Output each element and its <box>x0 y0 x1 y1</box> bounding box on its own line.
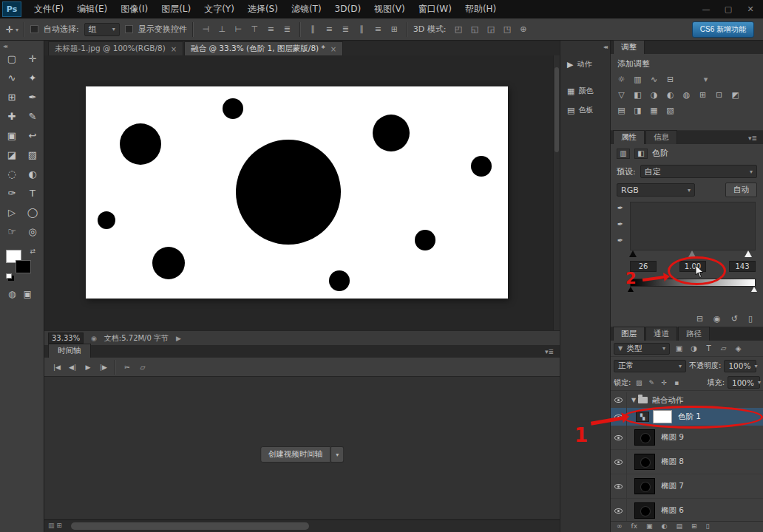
reset-icon[interactable]: ↺ <box>731 314 738 324</box>
layer-row[interactable]: 椭圆 7 <box>611 474 763 499</box>
rectangular-marquee-tool[interactable]: ▢ <box>4 52 20 64</box>
tab-channels[interactable]: 通道 <box>645 327 677 341</box>
distribute-left-icon[interactable]: ∥ <box>355 22 369 36</box>
menu-layer[interactable]: 图层(L) <box>155 0 197 18</box>
show-transform-checkbox[interactable] <box>125 25 133 33</box>
layer-mask-thumbnail[interactable] <box>653 410 672 423</box>
menu-filter[interactable]: 滤镜(T) <box>285 0 328 18</box>
shadow-input-field[interactable]: 26 <box>630 261 657 272</box>
layer-row[interactable]: 椭圆 6 <box>611 499 763 521</box>
eraser-tool[interactable]: ◪ <box>4 149 20 160</box>
layer-visibility-toggle[interactable] <box>611 474 627 498</box>
layer-styles-icon[interactable]: fx <box>631 522 638 530</box>
hand-tool[interactable]: ☞ <box>4 225 20 237</box>
menu-file[interactable]: 文件(F) <box>27 0 70 18</box>
collapse-tools-icon[interactable] <box>3 43 6 50</box>
invert-icon[interactable]: ◩ <box>729 89 742 100</box>
panel-menu-icon[interactable]: ▾ <box>699 74 712 85</box>
layer-row[interactable]: 椭圆 9 <box>611 426 763 450</box>
move-tool[interactable]: ✛ <box>24 52 41 64</box>
lock-position-icon[interactable]: ✛ <box>659 378 669 388</box>
menu-edit[interactable]: 编辑(E) <box>70 0 114 18</box>
layer-thumbnail[interactable] <box>634 502 655 519</box>
dock-swatches-panel[interactable]: ▤ 色板 <box>566 103 607 117</box>
magic-wand-tool[interactable]: ✦ <box>24 72 41 83</box>
brush-tool[interactable]: ✎ <box>24 110 41 122</box>
threshold-icon[interactable]: ◨ <box>631 105 644 116</box>
layer-visibility-toggle[interactable] <box>611 450 627 474</box>
canvas-area[interactable] <box>44 55 560 330</box>
tab-adjustments[interactable]: 调整 <box>613 40 645 54</box>
auto-select-type-dropdown[interactable]: 组 <box>84 23 120 36</box>
align-right-edges-icon[interactable]: ⊢ <box>231 22 245 36</box>
menu-image[interactable]: 图像(I) <box>114 0 155 18</box>
type-tool[interactable]: T <box>24 187 41 199</box>
close-icon[interactable]: × <box>330 45 336 53</box>
horizontal-scrollbar[interactable] <box>71 522 309 530</box>
layer-name[interactable]: 椭圆 7 <box>661 481 684 491</box>
layer-thumbnail[interactable] <box>634 429 655 446</box>
layer-visibility-toggle[interactable] <box>611 392 627 408</box>
next-frame-button[interactable]: |▶ <box>97 361 110 374</box>
play-button[interactable]: ▶ <box>81 361 95 374</box>
swap-colors-icon[interactable] <box>30 248 35 255</box>
minimize-button[interactable]: — <box>695 0 717 18</box>
highlight-input-field[interactable]: 143 <box>729 261 756 272</box>
layer-visibility-toggle[interactable] <box>611 426 627 449</box>
dodge-tool[interactable]: ◐ <box>24 168 41 180</box>
add-layer-mask-icon[interactable]: ▣ <box>646 522 653 530</box>
group-name[interactable]: 融合动作 <box>652 395 683 406</box>
3d-slide-icon[interactable]: ◳ <box>500 22 514 36</box>
dock-actions-panel[interactable]: ▶ 动作 <box>566 57 607 72</box>
menu-type[interactable]: 文字(Y) <box>197 0 241 18</box>
timeline-type-dropdown[interactable] <box>330 446 344 463</box>
layer-visibility-toggle[interactable] <box>611 499 627 521</box>
menu-view[interactable]: 视图(V) <box>367 0 412 18</box>
midtone-input-slider[interactable] <box>688 250 696 257</box>
hue-saturation-icon[interactable]: ◧ <box>631 89 644 100</box>
timeline-zoom-icons[interactable]: ▥ ⊞ <box>48 522 62 529</box>
distribute-horizontal-icon[interactable]: ≡ <box>371 22 385 36</box>
dock-color-panel[interactable]: ▦ 颜色 <box>566 83 607 98</box>
close-button[interactable]: ✕ <box>739 0 762 18</box>
exposure-icon[interactable]: ⊟ <box>664 74 676 85</box>
new-adjustment-layer-icon[interactable]: ◐ <box>662 522 668 530</box>
menu-select[interactable]: 选择(S) <box>241 0 285 18</box>
fill-dropdown[interactable]: 100% <box>728 376 760 389</box>
layer-name[interactable]: 椭圆 6 <box>661 505 684 516</box>
path-selection-tool[interactable]: ▷ <box>4 206 20 218</box>
zoom-tool[interactable]: ◎ <box>24 225 41 237</box>
menu-help[interactable]: 帮助(H) <box>458 0 503 18</box>
new-group-icon[interactable]: ▤ <box>676 522 682 530</box>
layer-thumbnail[interactable] <box>634 478 655 494</box>
tab-properties[interactable]: 属性 <box>613 130 645 144</box>
tab-info[interactable]: 信息 <box>645 130 677 144</box>
mask-badge-icon[interactable]: ◧ <box>634 149 648 159</box>
photo-filter-icon[interactable]: ◍ <box>680 89 693 100</box>
highlight-input-slider[interactable] <box>745 250 752 257</box>
gray-point-eyedropper-icon[interactable]: ✒ <box>615 219 625 229</box>
lock-all-icon[interactable]: ▪ <box>671 378 682 388</box>
healing-brush-tool[interactable]: ✚ <box>4 110 20 122</box>
channel-dropdown[interactable]: RGB <box>617 183 695 197</box>
3d-drag-icon[interactable]: ◲ <box>484 22 498 36</box>
transition-button[interactable]: ▱ <box>136 361 149 374</box>
filter-shape-layers-icon[interactable]: ▱ <box>717 343 730 355</box>
screen-mode-icon[interactable]: ▣ <box>23 289 31 299</box>
document-tab-active[interactable]: 融合 @ 33.3% (色阶 1, 图层蒙版/8) * × <box>184 41 343 55</box>
visibility-icon[interactable]: ◉ <box>713 314 721 324</box>
distribute-top-icon[interactable]: ∥ <box>306 22 320 36</box>
gradient-tool[interactable]: ▨ <box>24 149 41 160</box>
layer-name[interactable]: 椭圆 8 <box>661 457 684 467</box>
3d-rotate-icon[interactable]: ◰ <box>451 22 465 36</box>
clone-stamp-tool[interactable]: ▣ <box>4 129 20 141</box>
previous-frame-button[interactable]: ◀| <box>66 361 79 374</box>
distribute-vertical-icon[interactable]: ≡ <box>322 22 336 36</box>
selective-color-icon[interactable]: ▧ <box>664 105 676 116</box>
filter-type-layers-icon[interactable]: T <box>702 343 715 355</box>
layer-group-row[interactable]: 融合动作 <box>611 392 763 408</box>
layer-row-selected[interactable]: ▚ 色阶 1 <box>611 408 763 426</box>
history-brush-tool[interactable]: ↩ <box>24 129 41 141</box>
close-icon[interactable]: × <box>171 45 177 53</box>
eyedropper-tool[interactable]: ✒ <box>24 91 41 103</box>
